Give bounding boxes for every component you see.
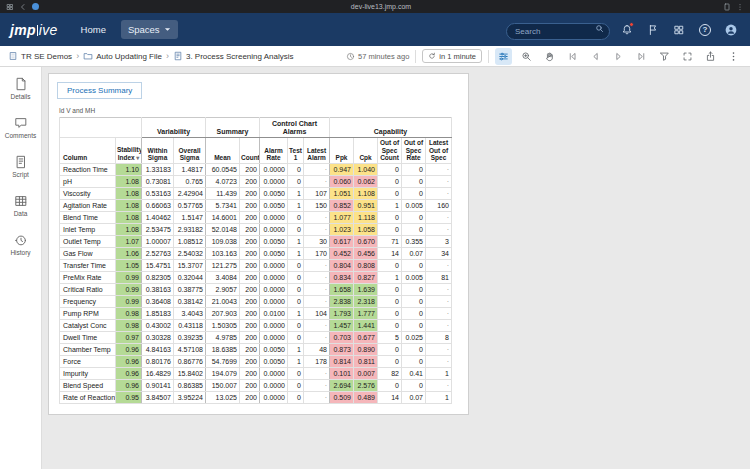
interactive-mode-button[interactable] [495, 48, 512, 65]
back-icon[interactable] [19, 3, 27, 11]
table-cell: 0 [288, 283, 304, 295]
column-header[interactable]: Stability Index [116, 138, 142, 163]
table-cell: 5.7341 [206, 199, 240, 211]
zoom-button[interactable] [518, 48, 535, 65]
breadcrumb-space[interactable]: TR SE Demos [8, 51, 72, 61]
last-page-button[interactable] [633, 48, 650, 65]
column-header[interactable]: Column [60, 138, 116, 163]
column-header[interactable]: Ppk [330, 138, 354, 163]
table-row[interactable]: Outlet Temp1.071.000071.08512109.0382000… [60, 235, 452, 247]
table-cell: 15.4751 [142, 259, 174, 271]
pan-button[interactable] [541, 48, 558, 65]
column-header[interactable]: Out of Spec Rate [402, 138, 426, 163]
table-row[interactable]: Dwell Time0.970.303280.392354.97852000.0… [60, 331, 452, 343]
table-row[interactable]: Frequency0.990.364080.3814221.00432000.0… [60, 295, 452, 307]
table-cell: 0 [288, 295, 304, 307]
fullscreen-button[interactable] [679, 48, 696, 65]
column-header[interactable]: Count [240, 138, 260, 163]
table-cell: 1.777 [354, 307, 378, 319]
first-page-button[interactable] [564, 48, 581, 65]
column-header[interactable]: Within Sigma [142, 138, 174, 163]
table-row[interactable]: Pump RPM0.981.851833.4043207.9032000.010… [60, 307, 452, 319]
column-header[interactable]: Out of Spec Count [378, 138, 402, 163]
table-cell: 0.39235 [174, 331, 206, 343]
table-cell: 1.118 [354, 211, 378, 223]
breadcrumb-report[interactable]: 3. Process Screening Analysis [173, 51, 294, 61]
table-row[interactable]: Force0.960.801760.8677654.76992000.00501… [60, 355, 452, 367]
column-header[interactable]: Test 1 [288, 138, 304, 163]
jmp-live-logo[interactable]: jmpive [10, 22, 58, 38]
next-page-button[interactable] [610, 48, 627, 65]
column-header[interactable]: Cpk [354, 138, 378, 163]
more-options-button[interactable] [725, 48, 742, 65]
table-row[interactable]: Critical Ratio0.990.381630.387752.905720… [60, 283, 452, 295]
table-row[interactable]: PreMix Rate0.990.823050.320443.40842000.… [60, 271, 452, 283]
table-row[interactable]: Viscosity1.080.531632.4290411.4392000.00… [60, 187, 452, 199]
table-cell: 0.0000 [260, 163, 288, 175]
table-row[interactable]: Reaction Time1.101.331831.481760.0545200… [60, 163, 452, 175]
table-row[interactable]: Agitation Rate1.080.660630.577655.734120… [60, 199, 452, 211]
column-group-header: Capability [330, 118, 452, 138]
table-cell: 0.99 [116, 295, 142, 307]
column-header[interactable]: Latest Out of Spec [426, 138, 452, 163]
apps-button[interactable] [670, 21, 688, 39]
more-icon[interactable] [736, 3, 744, 11]
table-cell: 0 [288, 319, 304, 331]
table-cell: 0.99 [116, 271, 142, 283]
help-button[interactable] [696, 21, 714, 39]
apps-grid-icon [673, 24, 685, 36]
table-row[interactable]: Impurity0.9616.482915.8402194.0792000.00… [60, 367, 452, 379]
prev-page-button[interactable] [587, 48, 604, 65]
user-menu-button[interactable] [722, 21, 740, 39]
table-cell: 1 [378, 271, 402, 283]
logo-jmp-text: jmp [10, 22, 36, 38]
table-cell: 0 [378, 379, 402, 391]
table-row[interactable]: Transfer Time1.0515.475115.3707121.27520… [60, 259, 452, 271]
table-cell: 0.0000 [260, 367, 288, 379]
table-row[interactable]: Blend Time1.081.404621.514714.60012000.0… [60, 211, 452, 223]
sidebar-item-details[interactable]: Details [0, 77, 41, 104]
table-row[interactable]: Rate of Reaction0.953.845073.9522413.025… [60, 391, 452, 403]
table-cell: 0 [402, 307, 426, 319]
refresh-timer-button[interactable]: in 1 minute [422, 49, 482, 63]
cast-icon[interactable] [723, 3, 731, 11]
table-row[interactable]: Inlet Temp1.082.534752.9318252.01482000.… [60, 223, 452, 235]
table-cell: 0.36408 [142, 295, 174, 307]
table-row[interactable]: pH1.080.730810.7654.07232000.00000·0.060… [60, 175, 452, 187]
table-row[interactable]: Catalyst Conc0.980.430020.431181.5030520… [60, 319, 452, 331]
table-row[interactable]: Chamber Temp0.964.841634.5710818.6385200… [60, 343, 452, 355]
sidebar-item-history[interactable]: History [0, 233, 41, 260]
bookmarks-button[interactable] [644, 21, 662, 39]
table-cell: 0.38142 [174, 295, 206, 307]
table-cell: 2.93182 [174, 223, 206, 235]
grid-icon[interactable] [6, 3, 14, 11]
tab-process-summary[interactable]: Process Summary [57, 82, 142, 99]
column-header[interactable]: Overall Sigma [174, 138, 206, 163]
notifications-button[interactable] [618, 21, 636, 39]
table-cell: 0.452 [330, 247, 354, 259]
nav-home[interactable]: Home [74, 20, 113, 39]
column-header[interactable]: Mean [206, 138, 240, 163]
browser-url[interactable]: dev-live13.jmp.com [44, 0, 718, 13]
table-cell: 1 [288, 247, 304, 259]
table-cell: 1.05 [116, 259, 142, 271]
table-cell: 0.951 [354, 199, 378, 211]
table-cell: 21.0043 [206, 295, 240, 307]
table-cell: · [304, 211, 330, 223]
filter-button[interactable] [656, 48, 673, 65]
table-row[interactable]: Blend Speed0.960.901410.86385150.0072000… [60, 379, 452, 391]
flag-icon [647, 24, 659, 36]
table-cell: 0.890 [354, 343, 378, 355]
sidebar-item-comments[interactable]: Comments [0, 116, 41, 143]
column-header[interactable]: Latest Alarm [304, 138, 330, 163]
table-cell: 0.811 [354, 355, 378, 367]
table-cell: 0.96 [116, 355, 142, 367]
table-row[interactable]: Gas Flow1.062.527632.54032103.1632000.00… [60, 247, 452, 259]
column-header[interactable]: Alarm Rate [260, 138, 288, 163]
sidebar-item-data[interactable]: Data [0, 194, 41, 221]
breadcrumb-folder[interactable]: Auto Updating File [83, 51, 162, 61]
share-button[interactable] [702, 48, 719, 65]
sidebar-item-script[interactable]: Script [0, 155, 41, 182]
breadcrumb-toolbar: TR SE Demos Auto Updating File 3. Proces… [0, 46, 750, 67]
nav-spaces[interactable]: Spaces [121, 20, 178, 39]
